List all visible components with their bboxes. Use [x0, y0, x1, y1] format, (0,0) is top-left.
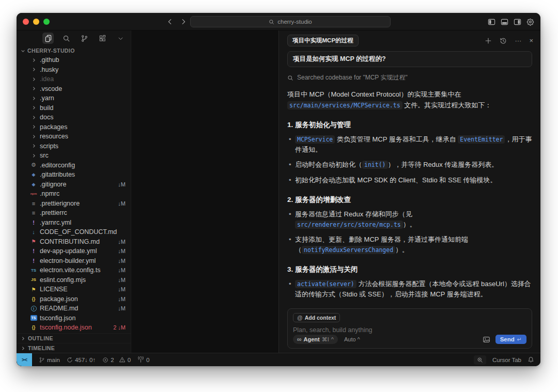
bullet-dot: •	[287, 134, 295, 155]
tree-item[interactable]: !dev-app-update.yml↓M	[17, 246, 131, 256]
chat-input-placeholder[interactable]: Plan, search, build anything	[293, 326, 526, 334]
tree-item[interactable]: ⚑CONTRIBUTING.md↓M	[17, 237, 131, 247]
git-status-badge: ↓M	[115, 258, 126, 264]
chat-panel: 项目中实现MCP的过程 ··· × 项目是如何实现 MCP 的过程的? Sear…	[278, 30, 540, 353]
toggle-bottom-panel-icon[interactable]	[501, 18, 508, 26]
history-icon[interactable]	[500, 37, 507, 44]
close-panel-icon[interactable]: ×	[529, 37, 533, 44]
minimize-window-button[interactable]	[33, 19, 39, 25]
tree-item[interactable]: docs	[17, 113, 131, 122]
file-name: .yarnrc.yml	[40, 219, 126, 226]
add-context-label: Add context	[305, 315, 336, 321]
extensions-icon[interactable]	[97, 33, 108, 44]
text-segment: ）。	[395, 246, 409, 254]
toggle-left-panel-icon[interactable]	[488, 18, 495, 26]
tree-item[interactable]: iREADME.md↓M	[17, 304, 131, 313]
problems-status[interactable]: 2 0	[102, 356, 131, 363]
tree-item[interactable]: ↓CODE_OF_CONDUCT.md	[17, 227, 131, 237]
more-options-icon[interactable]: ···	[515, 37, 521, 44]
ports-status[interactable]: 0	[137, 356, 149, 363]
tree-item[interactable]: TStsconfig.json	[17, 313, 131, 323]
tree-item[interactable]: ≡.prettierignore↓M	[17, 199, 131, 209]
folder-chevron-icon	[29, 105, 38, 110]
tree-item[interactable]: .vscode	[17, 84, 131, 94]
yaml-icon: !	[29, 219, 38, 226]
tree-item[interactable]: resources	[17, 132, 131, 142]
outline-section[interactable]: OUTLINE	[17, 333, 131, 343]
model-selector[interactable]: Auto ^	[344, 336, 360, 342]
file-name: .github	[40, 56, 126, 64]
git-branch-status[interactable]: main	[39, 357, 60, 363]
file-name: .prettierignore	[40, 200, 115, 207]
more-views-chevron-icon[interactable]	[115, 33, 126, 44]
attach-image-icon[interactable]	[483, 336, 490, 343]
tree-item[interactable]: npm.npmrc	[17, 189, 131, 199]
tree-item[interactable]: .husky	[17, 65, 131, 75]
folder-chevron-icon	[29, 77, 38, 82]
tree-item[interactable]: ≡.prettierrc	[17, 208, 131, 218]
new-chat-icon[interactable]	[485, 37, 492, 44]
cursor-tab-status[interactable]: Cursor Tab	[492, 357, 521, 363]
remote-indicator[interactable]: ><	[17, 353, 32, 366]
file-name: scripts	[40, 143, 126, 150]
tree-item[interactable]: {}tsconfig.node.json2 ↓M	[17, 323, 131, 333]
git-sync-status[interactable]: 457↓ 0↑	[67, 357, 96, 363]
inline-code: src/renderer/src/store/mcp.ts	[295, 221, 403, 229]
git-status-badge: ↓M	[115, 267, 126, 273]
file-name: tsconfig.json	[40, 315, 126, 322]
add-context-chip[interactable]: @ Add context	[293, 313, 340, 322]
tree-item[interactable]: scripts	[17, 142, 131, 151]
tree-item[interactable]: TSelectron.vite.config.ts↓M	[17, 265, 131, 275]
tree-item[interactable]: ◆.gitattributes	[17, 170, 131, 180]
tree-item[interactable]: .github	[17, 55, 131, 65]
file-name: LICENSE	[40, 286, 115, 293]
chat-input-box[interactable]: @ Add context Plan, search, build anythi…	[287, 308, 532, 349]
license-ribbon-icon: ⚑	[29, 287, 38, 292]
app-window: cherry-studio CHERRY-STUDIO .github.husk	[17, 13, 540, 366]
explorer-files-icon[interactable]	[42, 33, 54, 44]
back-arrow-icon[interactable]	[166, 18, 174, 25]
file-name: .gitignore	[40, 181, 115, 188]
chevron-right-icon	[21, 346, 25, 351]
tree-item[interactable]: ◆.gitignore↓M	[17, 180, 131, 190]
tree-item[interactable]: build	[17, 103, 131, 113]
inline-code: EventEmitter	[458, 135, 505, 144]
chat-tab[interactable]: 项目中实现MCP的过程	[287, 35, 359, 46]
tree-item[interactable]: !electron-builder.yml↓M	[17, 256, 131, 266]
chat-messages[interactable]: 项目是如何实现 MCP 的过程的? Searched codebase for …	[279, 46, 540, 305]
notifications-bell-icon[interactable]	[528, 356, 534, 363]
zoom-icon[interactable]	[474, 355, 486, 365]
sync-icon	[67, 357, 73, 363]
tree-item[interactable]: ⚑LICENSE↓M	[17, 285, 131, 294]
agent-mode-selector[interactable]: ∞ Agent ⌘I ^	[293, 335, 338, 344]
search-panel-icon[interactable]	[60, 33, 72, 44]
zoom-window-button[interactable]	[43, 19, 50, 25]
settings-gear-icon[interactable]	[526, 18, 534, 26]
tree-item[interactable]: .yarn	[17, 93, 131, 103]
toggle-right-panel-icon[interactable]	[514, 18, 521, 26]
tree-item[interactable]: ⚙.editorconfig	[17, 161, 131, 170]
close-window-button[interactable]	[23, 19, 29, 25]
tree-item[interactable]: !.yarnrc.yml	[17, 218, 131, 228]
timeline-section[interactable]: TIMELINE	[17, 343, 131, 353]
search-icon	[287, 75, 293, 81]
project-section-header[interactable]: CHERRY-STUDIO	[17, 46, 131, 55]
tree-item[interactable]: packages	[17, 122, 131, 132]
forward-arrow-icon[interactable]	[180, 18, 187, 25]
searched-codebase-row[interactable]: Searched codebase for "MCP 实现过程"	[287, 73, 532, 82]
tree-item[interactable]: {}package.json↓M	[17, 294, 131, 304]
text-segment: ），并等待 Redux 传递服务器列表。	[388, 161, 499, 168]
tree-item[interactable]: JSeslint.config.mjs↓M	[17, 275, 131, 285]
file-name: eslint.config.mjs	[40, 276, 115, 284]
file-name: .editorconfig	[40, 162, 126, 169]
git-status-badge: ↓M	[115, 286, 126, 292]
tree-item[interactable]: src	[17, 151, 131, 161]
assistant-response: 项目中 MCP（Model Context Protocol）的实现主要集中在 …	[287, 89, 532, 305]
warning-count: 0	[128, 357, 131, 363]
command-search-bar[interactable]: cherry-studio	[190, 16, 391, 27]
send-button[interactable]: Send ↵	[495, 335, 526, 344]
source-control-icon[interactable]	[79, 33, 90, 44]
tree-item[interactable]: .idea	[17, 74, 131, 84]
chevron-up-icon: ^	[331, 336, 334, 342]
user-question: 项目是如何实现 MCP 的过程的?	[287, 51, 532, 67]
